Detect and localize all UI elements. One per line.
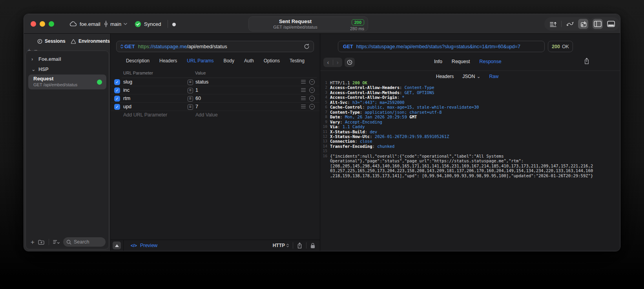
chevron-down-icon: ⌄ bbox=[31, 66, 35, 72]
param-checkbox[interactable]: ✓ bbox=[114, 79, 120, 85]
request-url[interactable]: https://statuspage.me/api/embed/status bbox=[138, 44, 227, 49]
tab-options[interactable]: Options bbox=[264, 58, 280, 64]
param-name[interactable]: inc bbox=[123, 87, 130, 93]
url-path: /api/embed/status bbox=[187, 44, 227, 49]
method-selector[interactable]: GET bbox=[124, 44, 135, 49]
sent-request-url-box[interactable]: GET https://statuspage.me/api/embed/stat… bbox=[338, 41, 545, 52]
tab-sessions[interactable]: Sessions bbox=[37, 38, 66, 44]
param-name[interactable]: slug bbox=[123, 79, 132, 85]
remove-param-icon[interactable]: − bbox=[309, 104, 315, 109]
branch-switcher[interactable]: main bbox=[104, 14, 127, 34]
request-item-title: Request bbox=[33, 76, 53, 82]
history-back-button[interactable]: ‹ bbox=[323, 58, 333, 67]
flow-arrows-icon[interactable] bbox=[565, 19, 575, 29]
line-content: Access-Control-Allow-Headers: Content-Ty… bbox=[330, 85, 594, 90]
param-options-icon[interactable] bbox=[301, 105, 306, 109]
param-options-icon[interactable] bbox=[301, 80, 306, 84]
code-line: 6Cache-Control: public, max-age=15, stal… bbox=[320, 105, 620, 109]
import-box-icon[interactable] bbox=[578, 19, 588, 29]
tab-info[interactable]: Info bbox=[434, 59, 442, 64]
clock-icon bbox=[37, 39, 42, 44]
line-number: 3 bbox=[320, 90, 327, 95]
sidebar-left-icon[interactable] bbox=[593, 19, 603, 29]
protocol-selector[interactable]: HTTP bbox=[273, 243, 285, 248]
tab-headers[interactable]: Headers bbox=[159, 58, 177, 64]
tab-environments[interactable]: Environments bbox=[71, 38, 110, 44]
subtab-raw[interactable]: Raw bbox=[489, 74, 498, 79]
subtab-headers[interactable]: Headers bbox=[436, 74, 454, 79]
param-operator[interactable]: = bbox=[188, 80, 193, 85]
param-operator[interactable]: = bbox=[188, 96, 193, 102]
param-value[interactable]: status bbox=[195, 79, 208, 85]
tab-response[interactable]: Response bbox=[479, 59, 501, 64]
zoom-window-button[interactable] bbox=[49, 21, 54, 27]
line-number: 2 bbox=[320, 85, 327, 90]
chevron-down-icon: ⌄ bbox=[476, 74, 480, 79]
param-options-icon[interactable] bbox=[301, 96, 306, 101]
share-icon[interactable] bbox=[297, 242, 302, 249]
param-checkbox[interactable]: ✓ bbox=[114, 104, 120, 110]
export-lines-icon[interactable] bbox=[548, 19, 558, 29]
tab-url-params[interactable]: URL Params bbox=[187, 58, 213, 64]
add-param-row: Add URL ParameterAdd Value bbox=[111, 111, 320, 119]
param-value[interactable]: 7 bbox=[195, 104, 198, 109]
tree-item-foe-email[interactable]: › Foe.email bbox=[31, 56, 61, 62]
project-switcher[interactable]: foe.email bbox=[69, 14, 100, 34]
param-value[interactable]: 1 bbox=[195, 87, 198, 93]
param-value[interactable]: 60 bbox=[195, 96, 201, 101]
sync-status[interactable]: Synced bbox=[135, 14, 161, 34]
line-content: Connection: close bbox=[330, 139, 594, 144]
column-header-value: Value bbox=[195, 71, 206, 75]
param-name[interactable]: rtm bbox=[123, 96, 130, 101]
branch-name: main bbox=[110, 21, 121, 27]
line-number: 5 bbox=[320, 100, 327, 105]
request-summary-pill[interactable]: Sent Request GET /api/embed/status 200 2… bbox=[248, 16, 368, 31]
preview-toggle[interactable]: </> Preview bbox=[131, 243, 157, 248]
remove-param-icon[interactable]: − bbox=[309, 87, 315, 93]
line-content: HTTP/1.1 200 OK bbox=[330, 80, 594, 85]
subtab-json[interactable]: JSON⌄ bbox=[462, 74, 480, 79]
param-operator[interactable]: = bbox=[188, 88, 193, 93]
add-param-name-field[interactable]: Add URL Parameter bbox=[123, 112, 167, 118]
line-content: X-Status-Now-Utc: 2026-01-26T20:29:59.85… bbox=[330, 134, 594, 139]
add-param-value-field[interactable]: Add Value bbox=[195, 112, 218, 118]
lock-icon[interactable] bbox=[310, 243, 315, 249]
history-clock-button[interactable] bbox=[345, 58, 355, 67]
param-name[interactable]: upd bbox=[123, 104, 131, 109]
request-url-bar[interactable]: GET https://statuspage.me/api/embed/stat… bbox=[116, 41, 314, 52]
param-operator[interactable]: = bbox=[188, 104, 193, 110]
remove-param-icon[interactable]: − bbox=[309, 96, 315, 101]
param-checkbox[interactable]: ✓ bbox=[114, 96, 120, 102]
resend-icon[interactable] bbox=[304, 44, 310, 49]
expand-panel-button[interactable] bbox=[113, 242, 121, 249]
history-forward-button[interactable]: › bbox=[333, 58, 343, 67]
tab-body[interactable]: Body bbox=[224, 58, 234, 64]
tab-auth[interactable]: Auth bbox=[244, 58, 254, 64]
tab-request[interactable]: Request bbox=[452, 59, 470, 64]
param-options-icon[interactable] bbox=[301, 88, 306, 93]
search-input[interactable]: Search bbox=[63, 237, 106, 247]
new-request-button[interactable]: + bbox=[29, 239, 36, 245]
line-number: 15 bbox=[320, 149, 327, 153]
param-checkbox[interactable]: ✓ bbox=[114, 87, 120, 93]
tab-testing[interactable]: Testing bbox=[290, 58, 305, 64]
minimize-window-button[interactable] bbox=[40, 21, 45, 27]
response-separator bbox=[320, 71, 620, 71]
code-line: 1HTTP/1.1 200 OK bbox=[320, 80, 620, 85]
line-content: Vary: Accept-Encoding bbox=[330, 120, 594, 124]
export-response-icon[interactable] bbox=[584, 58, 589, 64]
request-list-item-selected[interactable]: Request GET /api/embed/status bbox=[28, 75, 106, 89]
request-editor-footer: </> Preview HTTP bbox=[111, 240, 320, 251]
tree-item-hsp[interactable]: ⌄ HSP bbox=[31, 66, 49, 72]
titlebar-divider bbox=[168, 20, 168, 28]
sort-filter-icon[interactable] bbox=[53, 240, 60, 244]
tab-description[interactable]: Description bbox=[126, 58, 150, 64]
main-area: Sessions Environments +− › Foe.email ⌄ H… bbox=[24, 34, 620, 251]
panel-bottom-icon[interactable] bbox=[606, 19, 616, 29]
new-folder-icon[interactable] bbox=[38, 240, 45, 245]
cloud-icon bbox=[69, 21, 77, 27]
remove-param-icon[interactable]: − bbox=[309, 79, 315, 85]
close-window-button[interactable] bbox=[31, 21, 36, 27]
line-content: Transfer-Encoding: chunked bbox=[330, 144, 594, 149]
code-line: 16{"incidents":null,"overall":{"code":"o… bbox=[320, 154, 620, 178]
